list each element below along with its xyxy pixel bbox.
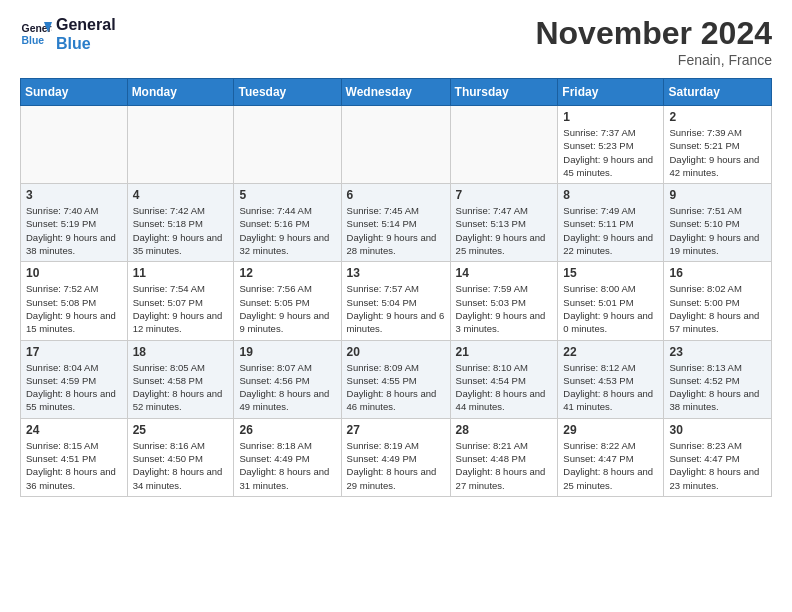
table-row: [21, 106, 128, 184]
calendar-week-row: 17Sunrise: 8:04 AM Sunset: 4:59 PM Dayli…: [21, 340, 772, 418]
day-number: 24: [26, 423, 122, 437]
day-number: 6: [347, 188, 445, 202]
table-row: 13Sunrise: 7:57 AM Sunset: 5:04 PM Dayli…: [341, 262, 450, 340]
day-info: Sunrise: 7:44 AM Sunset: 5:16 PM Dayligh…: [239, 204, 335, 257]
table-row: 8Sunrise: 7:49 AM Sunset: 5:11 PM Daylig…: [558, 184, 664, 262]
logo: General Blue General Blue: [20, 15, 116, 53]
day-number: 7: [456, 188, 553, 202]
calendar-week-row: 10Sunrise: 7:52 AM Sunset: 5:08 PM Dayli…: [21, 262, 772, 340]
day-number: 1: [563, 110, 658, 124]
day-info: Sunrise: 7:37 AM Sunset: 5:23 PM Dayligh…: [563, 126, 658, 179]
table-row: 2Sunrise: 7:39 AM Sunset: 5:21 PM Daylig…: [664, 106, 772, 184]
day-number: 12: [239, 266, 335, 280]
header-sunday: Sunday: [21, 79, 128, 106]
calendar-table: Sunday Monday Tuesday Wednesday Thursday…: [20, 78, 772, 497]
day-number: 11: [133, 266, 229, 280]
day-number: 13: [347, 266, 445, 280]
day-number: 16: [669, 266, 766, 280]
table-row: 9Sunrise: 7:51 AM Sunset: 5:10 PM Daylig…: [664, 184, 772, 262]
day-number: 5: [239, 188, 335, 202]
table-row: 15Sunrise: 8:00 AM Sunset: 5:01 PM Dayli…: [558, 262, 664, 340]
day-number: 14: [456, 266, 553, 280]
day-info: Sunrise: 7:45 AM Sunset: 5:14 PM Dayligh…: [347, 204, 445, 257]
header-monday: Monday: [127, 79, 234, 106]
day-info: Sunrise: 7:39 AM Sunset: 5:21 PM Dayligh…: [669, 126, 766, 179]
day-number: 8: [563, 188, 658, 202]
table-row: 16Sunrise: 8:02 AM Sunset: 5:00 PM Dayli…: [664, 262, 772, 340]
svg-text:Blue: Blue: [22, 35, 45, 46]
day-number: 26: [239, 423, 335, 437]
day-info: Sunrise: 7:47 AM Sunset: 5:13 PM Dayligh…: [456, 204, 553, 257]
table-row: [450, 106, 558, 184]
table-row: 29Sunrise: 8:22 AM Sunset: 4:47 PM Dayli…: [558, 418, 664, 496]
table-row: 6Sunrise: 7:45 AM Sunset: 5:14 PM Daylig…: [341, 184, 450, 262]
table-row: 26Sunrise: 8:18 AM Sunset: 4:49 PM Dayli…: [234, 418, 341, 496]
header-wednesday: Wednesday: [341, 79, 450, 106]
header-tuesday: Tuesday: [234, 79, 341, 106]
table-row: 24Sunrise: 8:15 AM Sunset: 4:51 PM Dayli…: [21, 418, 128, 496]
day-info: Sunrise: 8:13 AM Sunset: 4:52 PM Dayligh…: [669, 361, 766, 414]
day-number: 30: [669, 423, 766, 437]
logo-icon: General Blue: [20, 18, 52, 50]
table-row: 1Sunrise: 7:37 AM Sunset: 5:23 PM Daylig…: [558, 106, 664, 184]
day-info: Sunrise: 8:18 AM Sunset: 4:49 PM Dayligh…: [239, 439, 335, 492]
day-info: Sunrise: 7:40 AM Sunset: 5:19 PM Dayligh…: [26, 204, 122, 257]
table-row: 21Sunrise: 8:10 AM Sunset: 4:54 PM Dayli…: [450, 340, 558, 418]
day-info: Sunrise: 8:16 AM Sunset: 4:50 PM Dayligh…: [133, 439, 229, 492]
table-row: 10Sunrise: 7:52 AM Sunset: 5:08 PM Dayli…: [21, 262, 128, 340]
day-number: 4: [133, 188, 229, 202]
table-row: 27Sunrise: 8:19 AM Sunset: 4:49 PM Dayli…: [341, 418, 450, 496]
header: General Blue General Blue November 2024 …: [20, 15, 772, 68]
table-row: [127, 106, 234, 184]
page: General Blue General Blue November 2024 …: [0, 0, 792, 612]
table-row: 7Sunrise: 7:47 AM Sunset: 5:13 PM Daylig…: [450, 184, 558, 262]
day-info: Sunrise: 7:52 AM Sunset: 5:08 PM Dayligh…: [26, 282, 122, 335]
table-row: 23Sunrise: 8:13 AM Sunset: 4:52 PM Dayli…: [664, 340, 772, 418]
table-row: 12Sunrise: 7:56 AM Sunset: 5:05 PM Dayli…: [234, 262, 341, 340]
calendar-week-row: 24Sunrise: 8:15 AM Sunset: 4:51 PM Dayli…: [21, 418, 772, 496]
day-number: 2: [669, 110, 766, 124]
table-row: 4Sunrise: 7:42 AM Sunset: 5:18 PM Daylig…: [127, 184, 234, 262]
day-info: Sunrise: 8:10 AM Sunset: 4:54 PM Dayligh…: [456, 361, 553, 414]
day-number: 10: [26, 266, 122, 280]
month-title: November 2024: [535, 15, 772, 52]
day-number: 28: [456, 423, 553, 437]
table-row: 28Sunrise: 8:21 AM Sunset: 4:48 PM Dayli…: [450, 418, 558, 496]
table-row: 22Sunrise: 8:12 AM Sunset: 4:53 PM Dayli…: [558, 340, 664, 418]
day-number: 18: [133, 345, 229, 359]
title-area: November 2024 Fenain, France: [535, 15, 772, 68]
logo-text-general: General: [56, 15, 116, 34]
table-row: 20Sunrise: 8:09 AM Sunset: 4:55 PM Dayli…: [341, 340, 450, 418]
header-friday: Friday: [558, 79, 664, 106]
table-row: 14Sunrise: 7:59 AM Sunset: 5:03 PM Dayli…: [450, 262, 558, 340]
day-info: Sunrise: 7:59 AM Sunset: 5:03 PM Dayligh…: [456, 282, 553, 335]
day-info: Sunrise: 8:15 AM Sunset: 4:51 PM Dayligh…: [26, 439, 122, 492]
day-info: Sunrise: 8:04 AM Sunset: 4:59 PM Dayligh…: [26, 361, 122, 414]
day-info: Sunrise: 8:23 AM Sunset: 4:47 PM Dayligh…: [669, 439, 766, 492]
day-number: 21: [456, 345, 553, 359]
day-info: Sunrise: 7:51 AM Sunset: 5:10 PM Dayligh…: [669, 204, 766, 257]
table-row: [341, 106, 450, 184]
day-info: Sunrise: 8:19 AM Sunset: 4:49 PM Dayligh…: [347, 439, 445, 492]
day-info: Sunrise: 8:05 AM Sunset: 4:58 PM Dayligh…: [133, 361, 229, 414]
day-info: Sunrise: 7:54 AM Sunset: 5:07 PM Dayligh…: [133, 282, 229, 335]
table-row: 11Sunrise: 7:54 AM Sunset: 5:07 PM Dayli…: [127, 262, 234, 340]
day-number: 3: [26, 188, 122, 202]
day-number: 17: [26, 345, 122, 359]
day-info: Sunrise: 8:07 AM Sunset: 4:56 PM Dayligh…: [239, 361, 335, 414]
day-number: 22: [563, 345, 658, 359]
day-number: 20: [347, 345, 445, 359]
day-number: 9: [669, 188, 766, 202]
day-info: Sunrise: 8:22 AM Sunset: 4:47 PM Dayligh…: [563, 439, 658, 492]
table-row: 3Sunrise: 7:40 AM Sunset: 5:19 PM Daylig…: [21, 184, 128, 262]
table-row: 5Sunrise: 7:44 AM Sunset: 5:16 PM Daylig…: [234, 184, 341, 262]
day-info: Sunrise: 8:09 AM Sunset: 4:55 PM Dayligh…: [347, 361, 445, 414]
header-saturday: Saturday: [664, 79, 772, 106]
table-row: [234, 106, 341, 184]
calendar-week-row: 3Sunrise: 7:40 AM Sunset: 5:19 PM Daylig…: [21, 184, 772, 262]
table-row: 17Sunrise: 8:04 AM Sunset: 4:59 PM Dayli…: [21, 340, 128, 418]
header-thursday: Thursday: [450, 79, 558, 106]
table-row: 19Sunrise: 8:07 AM Sunset: 4:56 PM Dayli…: [234, 340, 341, 418]
calendar-header-row: Sunday Monday Tuesday Wednesday Thursday…: [21, 79, 772, 106]
day-number: 15: [563, 266, 658, 280]
